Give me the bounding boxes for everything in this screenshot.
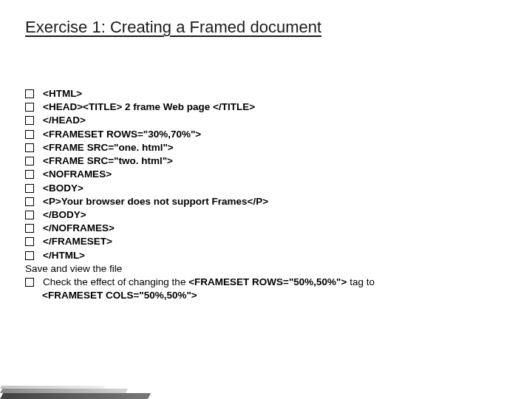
body-line: Save and view the file: [25, 262, 507, 276]
bullet-square-icon: [25, 197, 34, 206]
bullet-square-icon: [25, 224, 34, 233]
bullet-square-icon: [25, 251, 34, 260]
body-text: <NOFRAMES>: [43, 168, 507, 181]
body-line: </FRAMESET>: [25, 235, 507, 248]
bullet-square-icon: [25, 116, 34, 125]
body-line: <FRAMESET ROWS="30%,70%">: [25, 128, 507, 141]
bullet-square-icon: [25, 184, 34, 193]
bullet-square-icon: [25, 278, 34, 287]
body-text: </FRAMESET>: [43, 235, 507, 248]
bullet-square-icon: [25, 89, 34, 98]
body-text: <HTML>: [43, 87, 507, 100]
body-line: <NOFRAMES>: [25, 168, 507, 181]
body-line: <FRAME SRC="one. html">: [25, 141, 507, 154]
body-line: </BODY>: [25, 208, 507, 222]
body-line: </NOFRAMES>: [25, 222, 507, 235]
body-text: </NOFRAMES>: [43, 222, 507, 235]
bullet-square-icon: [25, 103, 34, 112]
body-text: <P>Your browser does not support Frames<…: [43, 195, 507, 208]
body-text: <FRAME SRC="one. html">: [43, 141, 507, 154]
body-text: </BODY>: [43, 208, 507, 222]
slide: Exercise 1: Creating a Framed document <…: [0, 0, 532, 399]
body-text: <FRAME SRC="two. html">: [43, 154, 507, 168]
slide-body: <HTML><HEAD><TITLE> 2 frame Web page </T…: [25, 87, 507, 303]
body-text: <BODY>: [43, 182, 507, 195]
body-text: Save and view the file: [25, 263, 122, 274]
body-text: <FRAMESET ROWS="30%,70%">: [43, 128, 507, 141]
body-line: <BODY>: [25, 182, 507, 195]
decorative-corner: [0, 372, 148, 399]
body-line: <FRAMESET COLS="50%,50%">: [25, 289, 507, 302]
bullet-square-icon: [25, 157, 34, 166]
bullet-square-icon: [25, 143, 34, 152]
body-line: <HEAD><TITLE> 2 frame Web page </TITLE>: [25, 100, 507, 114]
bullet-square-icon: [25, 237, 34, 246]
body-text: <HEAD><TITLE> 2 frame Web page </TITLE>: [43, 100, 507, 114]
bullet-square-icon: [25, 170, 34, 179]
body-line: </HEAD>: [25, 114, 507, 127]
body-line: <FRAME SRC="two. html">: [25, 154, 507, 168]
body-text: <FRAMESET COLS="50%,50%">: [42, 290, 197, 301]
body-line: </HTML>: [25, 249, 507, 262]
body-line: Check the effect of changing the <FRAMES…: [25, 276, 507, 289]
body-text: </HEAD>: [43, 114, 507, 127]
bullet-square-icon: [25, 130, 34, 139]
body-text: Check the effect of changing the <FRAMES…: [43, 276, 507, 289]
body-line: <HTML>: [25, 87, 507, 100]
body-text: </HTML>: [43, 249, 507, 262]
body-line: <P>Your browser does not support Frames<…: [25, 195, 507, 208]
slide-title: Exercise 1: Creating a Framed document: [25, 18, 507, 37]
bullet-square-icon: [25, 211, 34, 219]
